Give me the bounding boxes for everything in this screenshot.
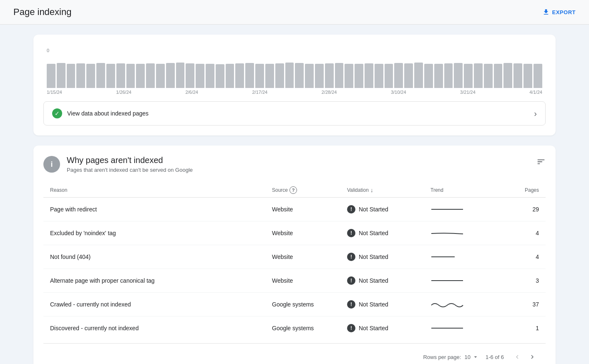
top-bar: Page indexing EXPORT bbox=[0, 0, 589, 25]
cell-reason: Crawled - currently not indexed bbox=[50, 301, 272, 308]
chart-bar bbox=[355, 64, 363, 88]
cell-source: Google systems bbox=[272, 301, 347, 308]
table-row[interactable]: Page with redirect Website ! Not Started… bbox=[43, 198, 546, 221]
chart-bar bbox=[494, 64, 503, 88]
cell-reason: Excluded by 'noindex' tag bbox=[50, 230, 272, 236]
chart-bar bbox=[513, 63, 522, 88]
export-button[interactable]: EXPORT bbox=[542, 8, 576, 16]
next-page-button[interactable] bbox=[526, 350, 539, 364]
validation-status-icon: ! bbox=[347, 205, 355, 213]
chart-bar bbox=[335, 63, 344, 88]
chart-bar bbox=[255, 64, 264, 88]
table-row[interactable]: Excluded by 'noindex' tag Website ! Not … bbox=[43, 221, 546, 245]
table-row[interactable]: Alternate page with proper canonical tag… bbox=[43, 269, 546, 293]
chart-bar bbox=[196, 64, 204, 88]
chart-bar bbox=[166, 63, 175, 88]
chart-bar bbox=[414, 63, 423, 88]
chart-bar bbox=[524, 64, 532, 88]
section-subtitle: Pages that aren't indexed can't be serve… bbox=[67, 167, 193, 173]
chart-bar bbox=[325, 63, 334, 88]
cell-validation: ! Not Started bbox=[347, 253, 430, 261]
chart-bar bbox=[444, 63, 453, 88]
table-row[interactable]: Not found (404) Website ! Not Started 4 bbox=[43, 245, 546, 269]
validation-label: Not Started bbox=[359, 277, 388, 284]
validation-label: Not Started bbox=[359, 254, 388, 260]
chart-bar bbox=[503, 63, 512, 88]
cell-trend bbox=[430, 252, 506, 262]
validation-status-icon: ! bbox=[347, 253, 355, 261]
trend-flat-icon bbox=[430, 204, 464, 214]
green-check-icon: ✓ bbox=[52, 108, 62, 118]
section-title-group: Why pages aren't indexed Pages that aren… bbox=[67, 156, 193, 173]
chart-bar bbox=[394, 63, 403, 88]
validation-status-icon: ! bbox=[347, 276, 355, 285]
chart-bar bbox=[404, 63, 413, 88]
prev-page-button[interactable] bbox=[511, 350, 524, 364]
chart-bar bbox=[106, 64, 115, 88]
cell-validation: ! Not Started bbox=[347, 229, 430, 237]
filter-icon[interactable] bbox=[536, 157, 546, 168]
chart-bar bbox=[226, 64, 234, 88]
section-title: Why pages aren't indexed bbox=[67, 156, 193, 165]
chart-bar bbox=[96, 63, 105, 88]
table-row[interactable]: Discovered - currently not indexed Googl… bbox=[43, 316, 546, 340]
chart-bar bbox=[86, 64, 95, 88]
page-range: 1-6 of 6 bbox=[486, 354, 504, 360]
cell-pages: 4 bbox=[506, 230, 539, 236]
cell-trend bbox=[430, 204, 506, 214]
download-icon bbox=[542, 8, 550, 16]
cell-source: Website bbox=[272, 230, 347, 236]
validation-sort-icon[interactable]: ↓ bbox=[370, 187, 373, 193]
cell-trend bbox=[430, 323, 506, 333]
why-not-indexed-card: i Why pages aren't indexed Pages that ar… bbox=[33, 146, 556, 364]
col-header-source: Source ? bbox=[272, 186, 347, 194]
info-circle-icon: i bbox=[43, 156, 60, 173]
section-header: i Why pages aren't indexed Pages that ar… bbox=[43, 156, 546, 173]
table-row[interactable]: Crawled - currently not indexed Google s… bbox=[43, 293, 546, 316]
section-header-left: i Why pages aren't indexed Pages that ar… bbox=[43, 156, 193, 173]
chart-x-label: 2/6/24 bbox=[185, 90, 198, 95]
chart-bar bbox=[186, 63, 194, 88]
chart-bar bbox=[235, 63, 244, 88]
view-indexed-row[interactable]: ✓ View data about indexed pages › bbox=[43, 101, 546, 126]
col-header-trend: Trend bbox=[430, 186, 506, 194]
source-help-icon[interactable]: ? bbox=[289, 186, 297, 194]
view-indexed-left: ✓ View data about indexed pages bbox=[52, 108, 149, 118]
chart-bar bbox=[375, 64, 383, 88]
validation-label: Not Started bbox=[359, 301, 388, 308]
validation-label: Not Started bbox=[359, 325, 388, 331]
chart-bar bbox=[57, 63, 65, 88]
cell-validation: ! Not Started bbox=[347, 276, 430, 285]
cell-validation: ! Not Started bbox=[347, 300, 430, 309]
chart-bar bbox=[285, 63, 294, 88]
chart-y-label: 0 bbox=[43, 48, 546, 53]
chart-x-label: 3/21/24 bbox=[460, 90, 476, 95]
table-body: Page with redirect Website ! Not Started… bbox=[43, 198, 546, 340]
chart-card: 0 1/15/241/26/242/6/242/17/242/28/243/10… bbox=[33, 35, 556, 136]
chart-bar bbox=[176, 63, 185, 88]
chart-bar bbox=[206, 64, 214, 88]
chart-bar bbox=[116, 63, 125, 88]
cell-trend bbox=[430, 276, 506, 286]
rows-per-page-select[interactable]: 10 bbox=[464, 354, 478, 360]
trend-slight-icon bbox=[430, 228, 464, 238]
chart-bar bbox=[216, 64, 224, 88]
cell-validation: ! Not Started bbox=[347, 324, 430, 332]
chart-bar bbox=[464, 64, 473, 88]
cell-pages: 29 bbox=[506, 206, 539, 213]
chart-bar bbox=[345, 64, 353, 88]
cell-source: Website bbox=[272, 277, 347, 284]
chart-bar bbox=[67, 64, 76, 88]
chart-bar bbox=[275, 63, 284, 88]
chart-x-label: 2/17/24 bbox=[252, 90, 268, 95]
col-header-reason: Reason bbox=[50, 186, 272, 194]
chart-bar bbox=[146, 63, 155, 88]
col-header-pages: Pages bbox=[506, 186, 539, 194]
cell-reason: Discovered - currently not indexed bbox=[50, 325, 272, 331]
chart-bar bbox=[534, 64, 542, 88]
trend-flat-icon bbox=[430, 276, 464, 286]
chart-bar bbox=[76, 63, 85, 88]
chart-x-label: 4/1/24 bbox=[529, 90, 542, 95]
page-nav bbox=[511, 350, 539, 364]
chart-bar bbox=[126, 64, 135, 88]
